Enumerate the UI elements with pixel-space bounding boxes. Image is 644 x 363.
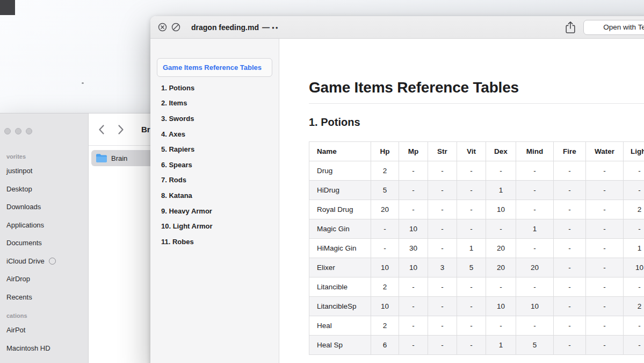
open-with-button[interactable]: Open with Tex: [583, 20, 644, 35]
column-header-mind: Mind: [516, 142, 554, 161]
stat-cell: -: [554, 239, 586, 258]
sidebar-item-justinpot[interactable]: justinpot: [0, 162, 88, 180]
minimize-button[interactable]: [15, 128, 21, 134]
toc-item-2-items[interactable]: 2. Items: [161, 96, 279, 111]
sidebar-section-label: cations: [0, 312, 88, 319]
sidebar-item-desktop[interactable]: Desktop: [0, 180, 88, 198]
stat-cell: -: [428, 219, 457, 239]
toc-item-11-robes[interactable]: 11. Robes: [161, 234, 279, 250]
stat-cell: -: [457, 297, 486, 316]
stat-cell: -: [516, 316, 554, 336]
stat-cell: -: [457, 200, 486, 219]
stat-cell: -: [586, 239, 624, 258]
stat-cell: -: [428, 239, 457, 258]
table-row-hidrug: HiDrug5---1----: [309, 181, 644, 200]
stat-cell: -: [486, 219, 516, 239]
toc-item-5-rapiers[interactable]: 5. Rapiers: [161, 141, 279, 157]
stat-cell: -: [554, 316, 586, 336]
stat-cell: -: [486, 316, 516, 336]
stat-cell: 1: [457, 239, 486, 258]
close-button[interactable]: [4, 128, 11, 134]
stat-cell: -: [554, 336, 586, 355]
back-button[interactable]: [95, 122, 108, 137]
toc-item-3-swords[interactable]: 3. Swords: [161, 111, 279, 126]
column-header-mp: Mp: [399, 142, 428, 161]
table-row-drug: Drug2--------: [309, 161, 644, 181]
sidebar-item-icloud-drive[interactable]: iCloud Drive: [0, 252, 88, 271]
stat-cell: -: [624, 219, 644, 239]
stat-cell: -: [399, 316, 428, 336]
sidebar-item-documents[interactable]: Documents: [0, 234, 88, 252]
toc-item-6-spears[interactable]: 6. Spears: [161, 157, 279, 173]
icloud-sync-progress-icon: [49, 258, 56, 265]
stat-cell: -: [428, 181, 457, 200]
document-title: Game Items Reference Tables: [309, 79, 644, 104]
blocked-circle-icon[interactable]: [171, 23, 180, 32]
stat-cell: -: [428, 277, 457, 297]
stat-cell: -: [457, 316, 486, 336]
stat-cell: -: [399, 277, 428, 297]
item-name-cell: Heal: [309, 316, 371, 336]
stat-cell: -: [516, 239, 554, 258]
stat-cell: 1: [486, 181, 516, 200]
table-row-litanciblesp: LitancibleSp10---1010--2: [309, 297, 644, 316]
sidebar-item-airdrop[interactable]: AirDrop: [0, 270, 88, 288]
document-content: Game Items Reference Tables 1. Potions N…: [279, 39, 644, 363]
stat-cell: -: [586, 219, 624, 239]
sidebar-item-applications[interactable]: Applications: [0, 216, 88, 234]
stat-cell: 10: [399, 219, 428, 239]
folder-icon: [96, 153, 107, 163]
stat-cell: -: [624, 336, 644, 355]
stat-cell: -: [586, 316, 624, 336]
stat-cell: -: [428, 297, 457, 316]
stat-cell: -: [457, 277, 486, 297]
stat-cell: -: [586, 181, 624, 200]
item-name-cell: Royal Drug: [309, 200, 371, 219]
stat-cell: -: [399, 336, 428, 355]
toc-item-9-heavy-armor[interactable]: 9. Heavy Armor: [161, 203, 279, 219]
stat-cell: -: [516, 277, 554, 297]
toc-item-8-katana[interactable]: 8. Katana: [161, 188, 279, 203]
toc-item-10-light-armor[interactable]: 10. Light Armor: [161, 218, 279, 234]
finder-sidebar-sections: voritesjustinpotDesktopDownloadsApplicat…: [0, 147, 88, 357]
stat-cell: -: [457, 181, 486, 200]
sidebar-item-airpot[interactable]: AirPot: [0, 321, 88, 339]
stat-cell: 1: [486, 336, 516, 355]
stat-cell: 5: [371, 181, 399, 200]
window-controls: [4, 128, 32, 134]
toc-list: 1. Potions2. Items3. Swords4. Axes5. Rap…: [150, 80, 279, 250]
title-dots-icon: ●●: [272, 25, 279, 30]
toc-item-1-potions[interactable]: 1. Potions: [161, 80, 279, 96]
sidebar-item-label: Macintosh HD: [6, 344, 50, 352]
stat-cell: 10: [371, 297, 399, 316]
stat-cell: -: [624, 277, 644, 297]
desktop: voritesjustinpotDesktopDownloadsApplicat…: [0, 0, 644, 363]
column-header-light: Light: [624, 142, 644, 161]
forward-button[interactable]: [114, 122, 127, 137]
finder-sidebar: voritesjustinpotDesktopDownloadsApplicat…: [0, 113, 89, 363]
sidebar-item-recents[interactable]: Recents: [0, 288, 88, 307]
stat-cell: -: [428, 161, 457, 181]
stat-cell: 10: [516, 297, 554, 316]
markdown-preview-window: dragon feeding.md—●● Open with Tex Game …: [150, 16, 644, 363]
stat-cell: 1: [516, 219, 554, 239]
stat-cell: -: [486, 161, 516, 181]
chevron-right-icon: [118, 124, 124, 135]
file-title: dragon feeding.md: [191, 23, 259, 32]
column-header-fire: Fire: [554, 142, 586, 161]
toc-item-4-axes[interactable]: 4. Axes: [161, 126, 279, 142]
toc-item-7-rods[interactable]: 7. Rods: [161, 173, 279, 188]
share-icon[interactable]: [565, 21, 576, 34]
stat-cell: -: [586, 277, 624, 297]
close-circle-icon[interactable]: [158, 23, 167, 32]
toc-selected-item[interactable]: Game Items Reference Tables: [157, 58, 272, 77]
sidebar-item-downloads[interactable]: Downloads: [0, 198, 88, 216]
sidebar-section-list: justinpotDesktopDownloadsApplicationsDoc…: [0, 162, 88, 306]
stat-cell: 2: [371, 277, 399, 297]
stat-cell: -: [554, 219, 586, 239]
zoom-button[interactable]: [26, 128, 32, 134]
item-name-cell: Elixer: [309, 258, 371, 277]
table-row-magic-gin: Magic Gin-10---1---: [309, 219, 644, 239]
sidebar-item-label: iCloud Drive: [6, 257, 45, 265]
sidebar-item-macintosh-hd[interactable]: Macintosh HD: [0, 339, 88, 358]
